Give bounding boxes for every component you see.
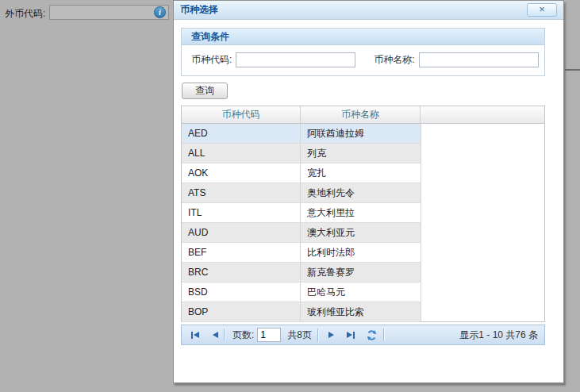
cell-code: AED <box>182 124 301 143</box>
currency-code-label: 币种代码: <box>191 53 232 67</box>
close-icon[interactable]: × <box>527 3 557 17</box>
page-number-label: 页数: <box>232 329 254 342</box>
cell-code: BSD <box>182 282 301 302</box>
grid-header: 币种代码 币种名称 <box>182 106 544 124</box>
last-page-icon[interactable] <box>347 329 355 341</box>
query-conditions-panel: 查询条件 币种代码: 币种名称: <box>181 28 545 76</box>
table-row[interactable]: ITL 意大利里拉 <box>182 203 421 223</box>
table-row[interactable]: BSD 巴哈马元 <box>182 282 421 302</box>
table-row[interactable]: BEF 比利时法郎 <box>182 243 421 263</box>
query-button[interactable]: 查询 <box>182 83 228 99</box>
column-header-empty <box>421 106 544 123</box>
cell-code: ALL <box>182 144 301 163</box>
table-row[interactable]: BRC 新克鲁赛罗 <box>182 263 421 282</box>
table-row[interactable]: ALL 列克 <box>182 144 421 163</box>
cell-code: BRC <box>182 263 301 282</box>
cell-code: AUD <box>182 223 301 242</box>
table-row[interactable]: AUD 澳大利亚元 <box>182 223 421 243</box>
query-conditions-body: 币种代码: 币种名称: <box>182 45 544 75</box>
dialog-title: 币种选择 <box>180 3 218 17</box>
cell-name: 新克鲁赛罗 <box>301 263 421 282</box>
prev-page-icon[interactable] <box>213 329 218 341</box>
foreign-currency-code-label: 外币代码: <box>5 7 45 21</box>
query-conditions-header: 查询条件 <box>182 29 544 45</box>
table-row[interactable]: AED 阿联酋迪拉姆 <box>182 124 421 144</box>
toolbar-separator <box>383 329 385 341</box>
dialog-titlebar: 币种选择 × <box>174 1 563 20</box>
currency-name-input[interactable] <box>419 52 539 67</box>
cell-name: 意大利里拉 <box>301 203 421 222</box>
currency-grid: 币种代码 币种名称 AED 阿联酋迪拉姆 ALL 列克 AOK 宽扎 ATS 奥… <box>181 106 545 322</box>
column-header-name[interactable]: 币种名称 <box>301 106 421 123</box>
cell-name: 阿联酋迪拉姆 <box>301 124 421 143</box>
total-pages-label: 共8页 <box>287 329 312 342</box>
first-page-icon[interactable] <box>191 329 199 341</box>
cell-code: ITL <box>182 203 301 222</box>
table-row[interactable]: ATS 奥地利先令 <box>182 183 421 203</box>
currency-name-label: 币种名称: <box>374 53 414 67</box>
table-row[interactable]: AOK 宽扎 <box>182 163 421 183</box>
cell-name: 玻利维亚比索 <box>301 302 421 321</box>
cell-code: BOP <box>182 302 301 321</box>
cell-code: AOK <box>182 163 301 183</box>
paging-summary: 显示1 - 10 共76 条 <box>459 329 538 342</box>
cell-code: BEF <box>182 243 301 262</box>
currency-select-dialog: 币种选择 × 查询条件 币种代码: 币种名称: 查询 币种代码 币种名称 AED… <box>173 0 564 383</box>
background-divider-line <box>565 69 580 71</box>
toolbar-separator <box>224 329 225 341</box>
cell-name: 比利时法郎 <box>301 243 421 262</box>
cell-name: 宽扎 <box>301 163 421 183</box>
currency-code-input[interactable] <box>236 52 355 67</box>
table-row[interactable]: BOP 玻利维亚比索 <box>182 302 421 322</box>
cell-name: 澳大利亚元 <box>301 223 421 242</box>
cell-name: 奥地利先令 <box>301 183 421 202</box>
page-number-input[interactable] <box>257 328 281 342</box>
cell-code: ATS <box>182 183 301 202</box>
cell-name: 列克 <box>301 144 421 163</box>
next-page-icon[interactable] <box>328 329 334 341</box>
column-header-code[interactable]: 币种代码 <box>182 106 301 123</box>
grid-rows: AED 阿联酋迪拉姆 ALL 列克 AOK 宽扎 ATS 奥地利先令 ITL 意… <box>182 124 544 322</box>
paging-toolbar: 页数: 共8页 显示1 - 10 共76 条 <box>181 325 545 345</box>
info-icon[interactable]: i <box>154 6 166 18</box>
cell-name: 巴哈马元 <box>301 282 421 302</box>
refresh-icon[interactable] <box>366 329 378 341</box>
toolbar-separator <box>317 329 319 341</box>
foreign-currency-code-input[interactable] <box>49 5 169 20</box>
